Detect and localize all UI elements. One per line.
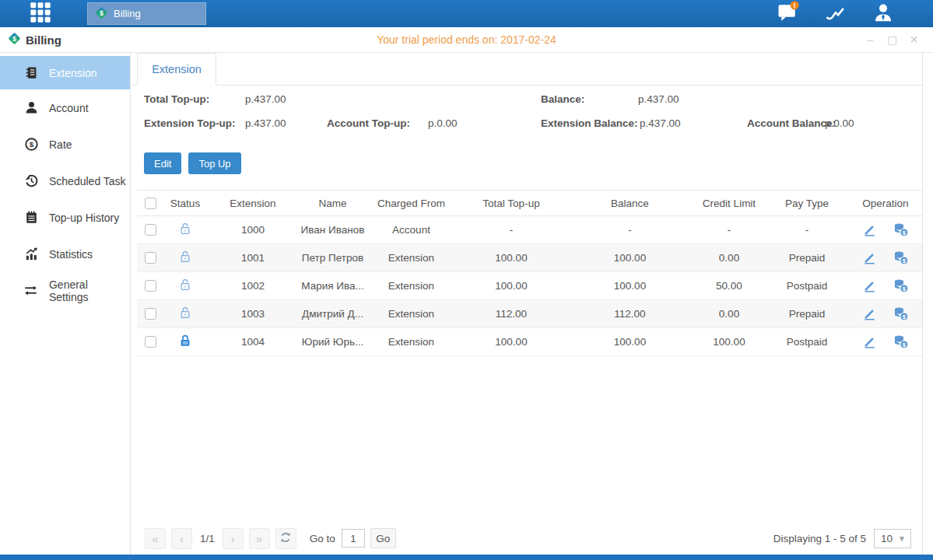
lock-open-icon[interactable] <box>178 254 192 266</box>
sidebar-item-account[interactable]: Account <box>0 89 130 126</box>
maximize-button[interactable]: ▢ <box>886 33 899 47</box>
minimize-button[interactable]: – <box>864 33 877 47</box>
row-operation-cell: $ <box>849 272 922 300</box>
last-page-button[interactable]: » <box>249 528 270 549</box>
sidebar-item-scheduled-task[interactable]: Scheduled Task <box>0 163 130 199</box>
row-topup-button[interactable]: $ <box>893 306 909 321</box>
page-size-value: 10 <box>881 533 893 544</box>
row-checkbox[interactable] <box>145 308 156 320</box>
action-buttons: Edit Top Up <box>144 152 922 174</box>
row-checkbox-cell <box>137 244 163 272</box>
row-operation-cell: $ <box>849 216 922 244</box>
prev-page-button[interactable]: ‹ <box>171 528 192 549</box>
row-charged-from: Extension <box>367 328 456 356</box>
taskbar-tab-billing[interactable]: $ Billing <box>87 2 206 25</box>
billing-window-icon: $ <box>8 32 21 48</box>
row-pay-type: Postpaid <box>765 328 849 356</box>
sidebar-item-rate[interactable]: $Rate <box>0 126 130 163</box>
row-topup-button[interactable]: $ <box>893 250 909 265</box>
account-menu-button[interactable] <box>872 4 894 24</box>
lock-open-icon[interactable] <box>178 310 192 322</box>
go-button[interactable]: Go <box>370 528 396 548</box>
account-topup-label: Account Top-up: <box>327 117 410 129</box>
row-checkbox[interactable] <box>145 252 156 264</box>
taskbar-right: ! <box>777 4 933 24</box>
row-status-cell <box>163 328 207 356</box>
refresh-button[interactable] <box>275 528 296 549</box>
row-credit-limit: 50.00 <box>693 272 765 300</box>
svg-text:!: ! <box>794 2 796 9</box>
row-topup-button[interactable]: $ <box>893 334 909 349</box>
table-row: 1000Иван ИвановAccount----$ <box>137 216 922 244</box>
extension-topup-label: Extension Top-up: <box>144 117 236 129</box>
row-edit-button[interactable] <box>862 278 877 293</box>
extensions-table: Status Extension Name Charged From Total… <box>137 190 922 356</box>
select-all-checkbox[interactable] <box>145 198 156 209</box>
row-status-cell <box>163 272 207 300</box>
row-name: Дмитрий Д... <box>299 300 367 328</box>
row-total-topup: - <box>456 216 566 244</box>
dollar-circle-icon: $ <box>23 137 39 152</box>
sidebar-item-label: Scheduled Task <box>49 175 126 187</box>
sidebar-item-label: General Settings <box>49 278 130 303</box>
sidebar-item-extension[interactable]: Extension <box>0 56 130 89</box>
sidebar-item-statistics[interactable]: Statistics <box>0 236 130 272</box>
app-body: ExtensionAccount$RateScheduled TaskTop-u… <box>0 53 933 555</box>
message-icon: ! <box>777 1 800 26</box>
balance-label: Balance: <box>541 93 584 105</box>
resource-monitor-button[interactable] <box>825 4 847 24</box>
col-credit-limit: Credit Limit <box>693 191 765 216</box>
app-grid-button[interactable] <box>28 2 53 26</box>
page-size-select[interactable]: 10 ▼ <box>874 529 911 548</box>
row-name: Петр Петров <box>299 244 367 272</box>
user-icon <box>872 2 894 26</box>
row-checkbox[interactable] <box>145 224 156 236</box>
row-edit-button[interactable] <box>862 334 877 349</box>
row-name: Мария Ива... <box>299 272 367 300</box>
row-topup-button[interactable]: $ <box>893 222 909 237</box>
edit-button[interactable]: Edit <box>144 152 181 174</box>
row-edit-button[interactable] <box>862 306 877 321</box>
col-extension: Extension <box>207 191 299 216</box>
displaying-text: Displaying 1 - 5 of 5 <box>773 533 866 544</box>
row-charged-from: Extension <box>367 244 456 272</box>
taskbar: $ Billing ! <box>0 0 933 27</box>
sidebar-item-general-settings[interactable]: General Settings <box>0 272 130 309</box>
lock-open-icon[interactable] <box>178 226 192 238</box>
row-balance: 100.00 <box>566 244 693 272</box>
row-checkbox[interactable] <box>145 280 156 292</box>
row-charged-from: Extension <box>367 300 456 328</box>
lock-open-icon[interactable] <box>178 282 192 294</box>
row-edit-button[interactable] <box>862 250 877 265</box>
stats-chart-icon <box>23 247 39 262</box>
top-up-button[interactable]: Top Up <box>188 152 240 174</box>
row-edit-button[interactable] <box>862 222 877 237</box>
sidebar-item-topup-history[interactable]: Top-up History <box>0 199 130 236</box>
first-page-button[interactable]: « <box>145 528 166 549</box>
row-status-cell <box>163 216 207 244</box>
window-title: Billing <box>26 33 61 47</box>
tab-extension[interactable]: Extension <box>137 53 216 86</box>
balance-value: p.437.00 <box>638 93 679 105</box>
notifications-button[interactable]: ! <box>777 4 799 24</box>
sidebar-item-label: Extension <box>49 67 96 79</box>
goto-page-input[interactable] <box>342 529 365 548</box>
row-topup-button[interactable]: $ <box>893 278 909 293</box>
row-checkbox[interactable] <box>145 336 156 348</box>
tab-strip: Extension <box>131 53 922 86</box>
grid-icon <box>29 1 52 27</box>
row-operation-cell: $ <box>849 300 922 328</box>
col-balance: Balance <box>566 191 693 216</box>
account-balance-label: Account Balance: <box>747 117 836 129</box>
row-balance: 112.00 <box>566 300 693 328</box>
tab-extension-label: Extension <box>152 63 202 75</box>
row-charged-from: Account <box>367 216 456 244</box>
row-status-cell <box>163 300 207 328</box>
next-page-button[interactable]: › <box>223 528 244 549</box>
lock-closed-icon[interactable] <box>178 338 192 350</box>
table-body: 1000Иван ИвановAccount----$1001Петр Петр… <box>137 216 922 356</box>
sidebar-item-label: Statistics <box>49 248 93 261</box>
main-panel: Extension Total Top-up: p.437.00 Balance… <box>131 53 923 555</box>
close-button[interactable]: ✕ <box>907 33 921 47</box>
col-name: Name <box>299 191 367 216</box>
